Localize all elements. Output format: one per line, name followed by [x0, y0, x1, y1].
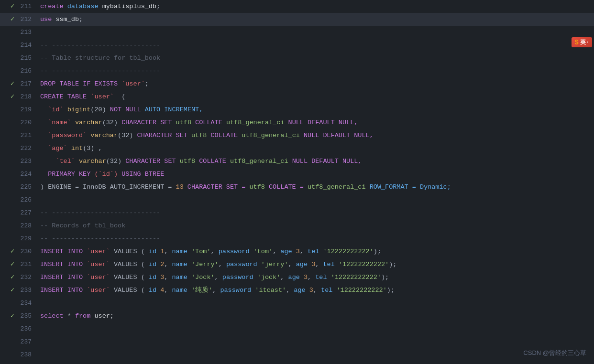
token: * [67, 312, 75, 320]
token: VALUES ( [110, 261, 145, 268]
token: `age` [40, 145, 67, 152]
check-mark: ✓ [9, 284, 16, 297]
line-gutter: 220 [0, 116, 38, 129]
token: NULL, [342, 158, 362, 165]
token: id [145, 274, 160, 281]
check-mark: ✓ [9, 310, 16, 322]
token: CHARACTER SET [137, 132, 191, 139]
token: (32) [106, 158, 126, 165]
brand-s-icon: S [574, 39, 578, 46]
token: NULL [304, 132, 323, 139]
line-content: ) ENGINE = InnoDB AUTO_INCREMENT = 13 CH… [38, 181, 594, 193]
token: , [273, 248, 280, 255]
token: , [215, 274, 222, 281]
token: -- Records of tbl_book [40, 222, 125, 229]
line-number: 234 [16, 297, 34, 310]
line-content: `password` varchar(32) CHARACTER SET utf… [38, 129, 594, 142]
line-number: 223 [16, 155, 34, 168]
line-number: 231 [16, 258, 34, 271]
token: EXISTS [94, 80, 121, 87]
line-content: select * from user; [38, 310, 594, 322]
line-gutter: 236 [0, 322, 38, 335]
line-number: 218 [16, 90, 34, 103]
token: utf8 [180, 158, 199, 165]
token: NULL [292, 158, 312, 165]
token: age [280, 248, 296, 255]
token: , [286, 287, 294, 294]
code-line: ✓230INSERT INTO `user` VALUES ( id 1, na… [0, 245, 594, 258]
line-content: CREATE TABLE `user` ( [38, 90, 594, 103]
token: id [145, 287, 160, 294]
line-number: 237 [16, 335, 34, 348]
code-lines: ✓211create database mybatisplus_db;✓212u… [0, 0, 594, 364]
token: USING BTREE [118, 171, 164, 178]
token: int [71, 145, 83, 152]
token: 'jerry' [261, 261, 288, 268]
token: (3) , [83, 145, 102, 152]
token: name [172, 248, 191, 255]
token: 3 [296, 248, 300, 255]
token: , [313, 287, 321, 294]
token: `id` [40, 106, 64, 113]
line-gutter: 226 [0, 193, 38, 206]
token [71, 119, 75, 126]
token: password [220, 287, 255, 294]
token: utf8_general_ci [308, 183, 366, 191]
line-gutter: ✓235 [0, 310, 38, 322]
code-line: 216-- ---------------------------- [0, 64, 594, 77]
line-content: PRIMARY KEY (`id`) USING BTREE [38, 168, 594, 181]
line-content: create database mybatisplus_db; [38, 0, 594, 13]
token: , [280, 274, 288, 281]
line-number: 228 [16, 219, 34, 232]
token: tel [315, 274, 330, 281]
code-line: ✓217DROP TABLE IF EXISTS `user`; [0, 77, 594, 90]
token: utf8_general_ci [242, 132, 304, 139]
token: , [164, 274, 172, 281]
token: , [288, 261, 296, 268]
token: 13 [176, 183, 184, 191]
line-number: 224 [16, 168, 34, 181]
code-line: 223 `tel` varchar(32) CHARACTER SET utf8… [0, 155, 594, 168]
token: utf8 [249, 183, 264, 191]
code-line: 224 PRIMARY KEY (`id`) USING BTREE [0, 168, 594, 181]
token: '12222222222' [336, 287, 386, 294]
token: VALUES ( [110, 248, 145, 255]
token: DEFAULT [311, 158, 342, 165]
token: `user` [90, 93, 114, 100]
token: INSERT INTO [40, 248, 87, 255]
line-content: -- ---------------------------- [38, 64, 594, 77]
line-gutter: 227 [0, 206, 38, 219]
token [67, 145, 71, 152]
token: age [288, 274, 304, 281]
token: DEFAULT [323, 132, 354, 139]
token: password [219, 248, 253, 255]
token: -- ---------------------------- [40, 42, 160, 49]
token: `user` [121, 80, 145, 87]
line-content: use ssm_db; [38, 13, 594, 26]
line-content: `name` varchar(32) CHARACTER SET utf8 CO… [38, 116, 594, 129]
token: varchar [79, 158, 106, 165]
token: VALUES ( [110, 287, 145, 294]
token: COLLATE [211, 132, 242, 139]
token: COLLATE [195, 119, 226, 126]
csdn-watermark: CSDN @曾经的三心草 [523, 349, 586, 357]
code-line: ✓231INSERT INTO `user` VALUES ( id 2, na… [0, 258, 594, 271]
code-line: ✓232INSERT INTO `user` VALUES ( id 3, na… [0, 271, 594, 284]
line-gutter: ✓211 [0, 0, 38, 13]
line-content: `tel` varchar(32) CHARACTER SET utf8 COL… [38, 155, 594, 168]
line-gutter: 216 [0, 64, 38, 77]
token: use [40, 16, 55, 23]
line-gutter: 228 [0, 219, 38, 232]
line-content: INSERT INTO `user` VALUES ( id 2, name '… [38, 258, 594, 271]
token: DEFAULT [308, 119, 339, 126]
token: ; [145, 80, 149, 87]
code-line: ✓212use ssm_db; [0, 13, 594, 26]
line-content: DROP TABLE IF EXISTS `user`; [38, 77, 594, 90]
code-line: ✓211create database mybatisplus_db; [0, 0, 594, 13]
token: , [315, 261, 323, 268]
token: , [211, 248, 219, 255]
token: `user` [87, 274, 110, 281]
token: (`id`) [94, 171, 118, 178]
line-gutter: 224 [0, 168, 38, 181]
token: '纯质' [191, 287, 212, 294]
